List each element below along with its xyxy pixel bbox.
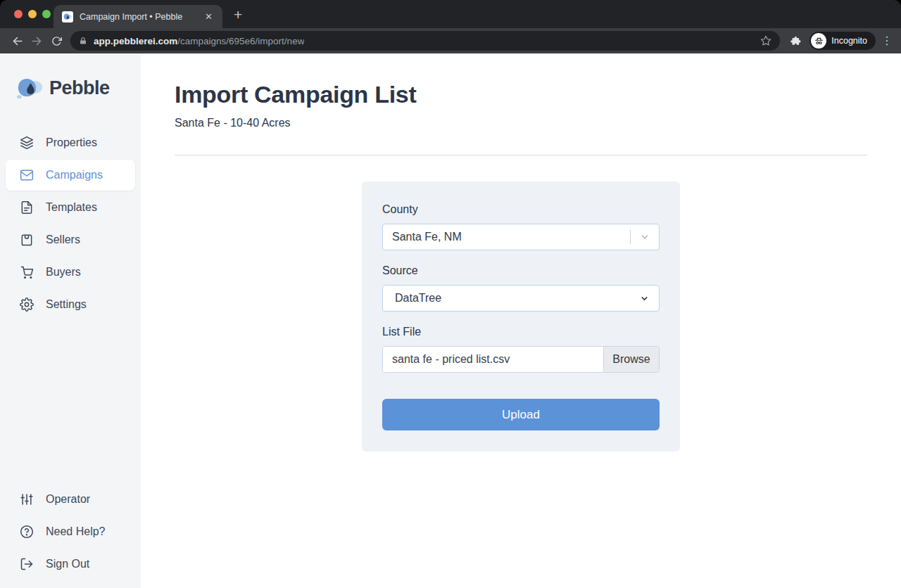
extensions-puzzle-icon[interactable] (786, 31, 805, 51)
sidebar-item-label: Operator (46, 493, 90, 506)
forward-button[interactable] (27, 31, 46, 51)
bag-icon (20, 233, 34, 247)
sidebar-item-label: Campaigns (46, 169, 103, 181)
sidebar-item-operator[interactable]: Operator (6, 484, 135, 515)
sidebar-item-campaigns[interactable]: Campaigns (6, 160, 135, 191)
close-window-button[interactable] (14, 10, 23, 18)
gear-icon (20, 298, 34, 312)
log-out-icon (20, 557, 34, 571)
help-circle-icon (20, 525, 34, 539)
list-file-label: List File (382, 326, 660, 338)
incognito-icon (811, 33, 826, 49)
layers-icon (20, 136, 34, 150)
brand-name: Pebble (49, 77, 110, 99)
browser-toolbar: app.pebblerei.com/campaigns/695e6/import… (0, 28, 901, 53)
back-button[interactable] (7, 31, 27, 51)
chevron-down-icon[interactable] (631, 232, 659, 242)
tab-title: Campaign Import • Pebble (80, 12, 196, 22)
file-name-input[interactable] (383, 347, 603, 372)
source-value: DataTree (383, 292, 441, 305)
county-label: County (382, 203, 660, 216)
chevron-down-icon (630, 294, 659, 303)
sidebar-item-buyers[interactable]: Buyers (6, 257, 135, 288)
incognito-label: Incognito (831, 36, 867, 46)
browser-menu-icon[interactable]: ⋮ (880, 39, 894, 43)
window-controls (14, 10, 51, 18)
sidebar-footer: Operator Need Help? Sign Out (0, 482, 141, 588)
pebble-logo[interactable]: Pebble (0, 73, 141, 103)
sliders-icon (20, 492, 34, 506)
sidebar-item-label: Settings (46, 298, 87, 311)
sidebar-item-label: Sign Out (46, 558, 89, 570)
file-icon (20, 200, 34, 215)
browser-tab[interactable]: Campaign Import • Pebble ✕ (53, 5, 222, 28)
browser-window: Campaign Import • Pebble ✕ + app.pebbler… (0, 0, 901, 588)
sidebar-item-settings[interactable]: Settings (6, 289, 135, 320)
county-combobox[interactable]: Santa Fe, NM (382, 224, 660, 250)
upload-button[interactable]: Upload (382, 399, 660, 430)
source-select[interactable]: DataTree (382, 285, 660, 312)
mail-icon (20, 168, 34, 182)
county-value: Santa Fe, NM (383, 231, 462, 243)
tab-strip: Campaign Import • Pebble ✕ + (0, 0, 901, 28)
sidebar-nav: Properties Campaigns Templates (0, 126, 141, 321)
main-content: Import Campaign List Santa Fe - 10-40 Ac… (141, 53, 901, 588)
source-label: Source (382, 264, 660, 277)
sidebar-item-sellers[interactable]: Sellers (6, 224, 135, 255)
lock-icon (79, 37, 87, 45)
incognito-badge[interactable]: Incognito (809, 32, 876, 50)
app-content: Pebble Properties Campaigns (0, 53, 901, 588)
file-input-group: Browse (382, 346, 660, 373)
reload-button[interactable] (46, 31, 66, 51)
pebble-logo-icon (16, 75, 44, 101)
divider (175, 155, 867, 155)
maximize-window-button[interactable] (42, 10, 51, 18)
sidebar-item-label: Properties (46, 136, 97, 149)
url-domain: app.pebblerei.com (94, 36, 177, 46)
import-form-card: County Santa Fe, NM Source DataTree (362, 181, 680, 452)
new-tab-button[interactable]: + (234, 6, 242, 23)
browse-button[interactable]: Browse (603, 347, 659, 372)
cart-icon (20, 265, 34, 279)
sidebar-item-templates[interactable]: Templates (6, 192, 135, 223)
url-path: /campaigns/695e6/import/new (177, 36, 304, 46)
sidebar-item-label: Need Help? (46, 525, 106, 538)
sidebar-item-label: Buyers (46, 266, 81, 279)
sidebar-item-label: Sellers (46, 234, 80, 246)
bookmark-star-icon[interactable] (760, 35, 771, 46)
sidebar-item-label: Templates (46, 201, 97, 214)
sidebar-item-properties[interactable]: Properties (6, 127, 135, 158)
address-bar[interactable]: app.pebblerei.com/campaigns/695e6/import… (70, 31, 780, 51)
sidebar: Pebble Properties Campaigns (0, 53, 141, 588)
sidebar-item-need-help[interactable]: Need Help? (6, 516, 135, 547)
close-tab-icon[interactable]: ✕ (202, 10, 215, 23)
page-title: Import Campaign List (175, 81, 867, 108)
sidebar-item-sign-out[interactable]: Sign Out (6, 549, 135, 580)
minimize-window-button[interactable] (28, 10, 37, 18)
pebble-favicon-icon (62, 11, 73, 23)
page-subtitle: Santa Fe - 10-40 Acres (175, 117, 867, 129)
